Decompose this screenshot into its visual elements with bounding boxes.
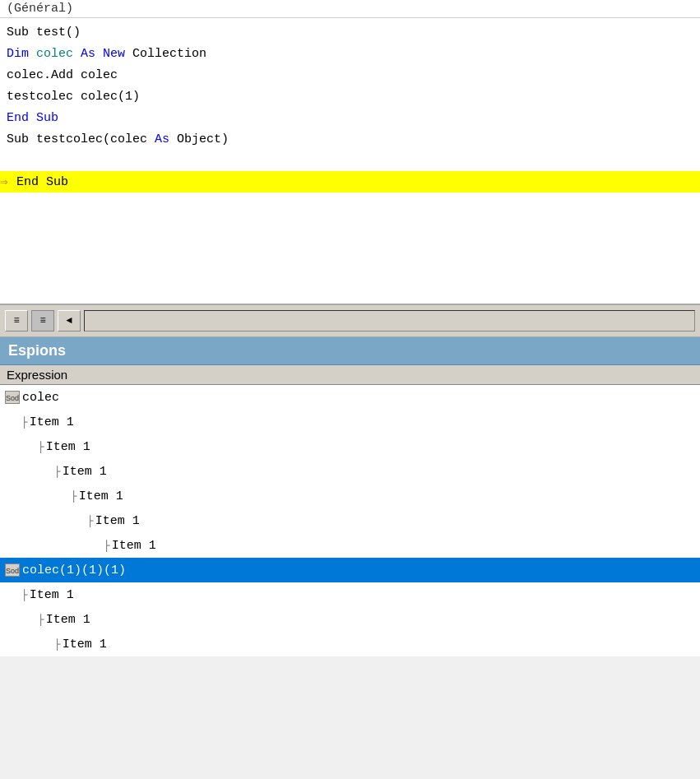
espions-title: Espions bbox=[8, 342, 66, 359]
code-token: End Sub bbox=[16, 175, 68, 189]
tree-branch-icon: ├ bbox=[21, 589, 28, 601]
code-line-4[interactable]: testcolec colec(1) bbox=[0, 86, 700, 107]
code-token: Collection bbox=[132, 47, 206, 61]
tree-branch-icon: ├ bbox=[38, 441, 44, 453]
watch-item-label: Item 1 bbox=[79, 489, 123, 503]
scroll-btn-1[interactable]: ≡ bbox=[5, 310, 28, 332]
code-token: Dim bbox=[7, 47, 36, 61]
tree-branch-icon: ├ bbox=[38, 614, 44, 626]
code-line-7[interactable] bbox=[0, 150, 700, 171]
tree-branch-icon: ├ bbox=[104, 540, 110, 552]
code-token: Sub bbox=[7, 26, 36, 39]
code-line-8[interactable]: ⇒End Sub bbox=[0, 171, 700, 192]
watch-item-10[interactable]: ├Item 1 bbox=[0, 607, 700, 632]
tree-branch-icon: ├ bbox=[54, 638, 61, 651]
code-token: testcolec colec(1) bbox=[7, 90, 140, 104]
code-token: Sub bbox=[7, 132, 36, 146]
watch-item-label: colec(1)(1)(1) bbox=[22, 563, 126, 577]
watch-item-label: Item 1 bbox=[30, 588, 74, 602]
code-token: colec bbox=[36, 47, 81, 61]
code-token: test() bbox=[36, 26, 81, 39]
tree-branch-icon: ├ bbox=[54, 466, 61, 478]
watch-item-6[interactable]: ├Item 1 bbox=[0, 508, 700, 533]
watch-item-label: Item 1 bbox=[63, 638, 107, 651]
scroll-icon-3: ◄ bbox=[66, 315, 72, 327]
var-type-icon: Sod bbox=[5, 563, 20, 577]
espions-panel: Espions Expression Sodcolec├Item 1├Item … bbox=[0, 337, 700, 656]
watch-item-4[interactable]: ├Item 1 bbox=[0, 459, 700, 484]
scroll-track[interactable] bbox=[84, 310, 695, 332]
watch-item-9[interactable]: ├Item 1 bbox=[0, 582, 700, 607]
watch-item-label: Item 1 bbox=[30, 415, 74, 429]
scroll-btn-2[interactable]: ≡ bbox=[31, 310, 54, 332]
code-token: As bbox=[81, 47, 103, 61]
watch-item-11[interactable]: ├Item 1 bbox=[0, 632, 700, 656]
arrow-indicator: ⇒ bbox=[0, 174, 8, 190]
code-line-3[interactable]: colec.Add colec bbox=[0, 64, 700, 86]
code-token: New bbox=[103, 47, 132, 61]
code-token: As bbox=[155, 132, 177, 146]
tree-branch-icon: ├ bbox=[71, 490, 77, 503]
column-expression: Expression bbox=[7, 368, 693, 382]
watch-item-label: Item 1 bbox=[46, 613, 90, 627]
var-type-icon: Sod bbox=[5, 391, 20, 404]
code-line-6[interactable]: Sub testcolec(colec As Object) bbox=[0, 128, 700, 150]
code-line-2[interactable]: Dim colec As New Collection bbox=[0, 43, 700, 64]
watch-item-7[interactable]: ├Item 1 bbox=[0, 533, 700, 558]
header-title: (Général) bbox=[7, 2, 73, 16]
code-token: testcolec(colec bbox=[36, 132, 155, 146]
tree-branch-icon: ├ bbox=[21, 416, 28, 429]
code-token: Object) bbox=[177, 132, 229, 146]
watch-item-8[interactable]: Sodcolec(1)(1)(1) bbox=[0, 558, 700, 582]
scrollbar-area: ≡ ≡ ◄ bbox=[0, 304, 700, 337]
code-token: colec.Add colec bbox=[7, 68, 118, 82]
code-token: Sub bbox=[36, 111, 58, 125]
scroll-btn-3[interactable]: ◄ bbox=[58, 310, 81, 332]
watch-item-label: Item 1 bbox=[63, 465, 107, 479]
code-body[interactable]: Sub test()Dim colec As New Collectioncol… bbox=[0, 18, 700, 196]
code-line-5[interactable]: End Sub bbox=[0, 107, 700, 128]
watch-item-5[interactable]: ├Item 1 bbox=[0, 484, 700, 508]
watch-item-label: Item 1 bbox=[95, 514, 140, 528]
espions-header: Espions bbox=[0, 337, 700, 365]
code-token: End bbox=[7, 111, 36, 125]
code-line-1[interactable]: Sub test() bbox=[0, 21, 700, 43]
code-editor: (Général) Sub test()Dim colec As New Col… bbox=[0, 0, 700, 304]
watch-item-label: Item 1 bbox=[46, 440, 90, 454]
watch-item-2[interactable]: ├Item 1 bbox=[0, 410, 700, 434]
scroll-icon-1: ≡ bbox=[13, 315, 19, 327]
watch-tree[interactable]: Sodcolec├Item 1├Item 1├Item 1├Item 1├Ite… bbox=[0, 385, 700, 656]
scroll-icon-2: ≡ bbox=[39, 315, 45, 327]
tree-branch-icon: ├ bbox=[87, 515, 94, 527]
watch-item-label: colec bbox=[22, 391, 59, 405]
watch-item-3[interactable]: ├Item 1 bbox=[0, 434, 700, 459]
code-header: (Général) bbox=[0, 0, 700, 18]
espions-columns: Expression bbox=[0, 365, 700, 385]
watch-item-label: Item 1 bbox=[112, 539, 156, 553]
watch-item-1[interactable]: Sodcolec bbox=[0, 385, 700, 410]
